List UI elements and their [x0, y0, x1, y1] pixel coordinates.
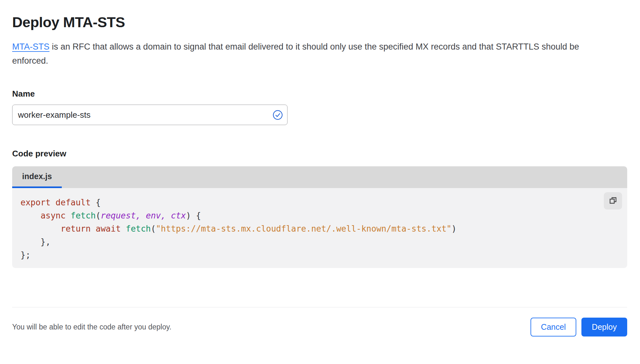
name-label: Name — [12, 89, 627, 99]
code-line: async fetch(request, env, ctx) { — [20, 209, 598, 222]
code-line: return await fetch("https://mta-sts.mx.c… — [20, 222, 598, 235]
name-input-wrapper — [12, 105, 288, 125]
page-title: Deploy MTA-STS — [12, 14, 627, 31]
page-description: MTA-STS is an RFC that allows a domain t… — [12, 40, 617, 68]
deploy-mta-sts-page: Deploy MTA-STS MTA-STS is an RFC that al… — [0, 14, 640, 336]
footer-divider — [12, 307, 627, 307]
code-preview-label: Code preview — [12, 149, 627, 159]
copy-icon — [609, 196, 618, 206]
footer-buttons: Cancel Deploy — [531, 318, 627, 336]
cancel-button[interactable]: Cancel — [531, 318, 576, 336]
name-input[interactable] — [12, 105, 288, 125]
footer-note: You will be able to edit the code after … — [12, 323, 171, 331]
footer: You will be able to edit the code after … — [12, 318, 627, 336]
code-line: }, — [20, 235, 598, 249]
code-line: export default { — [20, 196, 598, 209]
name-field: Name — [12, 89, 627, 125]
code-editor: export default { async fetch(request, en… — [12, 188, 627, 268]
deploy-button[interactable]: Deploy — [581, 318, 627, 336]
code-preview-section: Code preview index.js export default { a… — [12, 149, 627, 268]
code-preview-card: index.js export default { async fetch(re… — [12, 166, 627, 268]
description-text: is an RFC that allows a domain to signal… — [12, 42, 579, 66]
mta-sts-link[interactable]: MTA-STS — [12, 42, 50, 51]
code-tab-bar: index.js — [12, 166, 627, 188]
code-content: export default { async fetch(request, en… — [12, 196, 627, 262]
tab-index-js[interactable]: index.js — [12, 166, 62, 188]
code-line: }; — [20, 249, 598, 262]
copy-code-button[interactable] — [604, 192, 622, 210]
